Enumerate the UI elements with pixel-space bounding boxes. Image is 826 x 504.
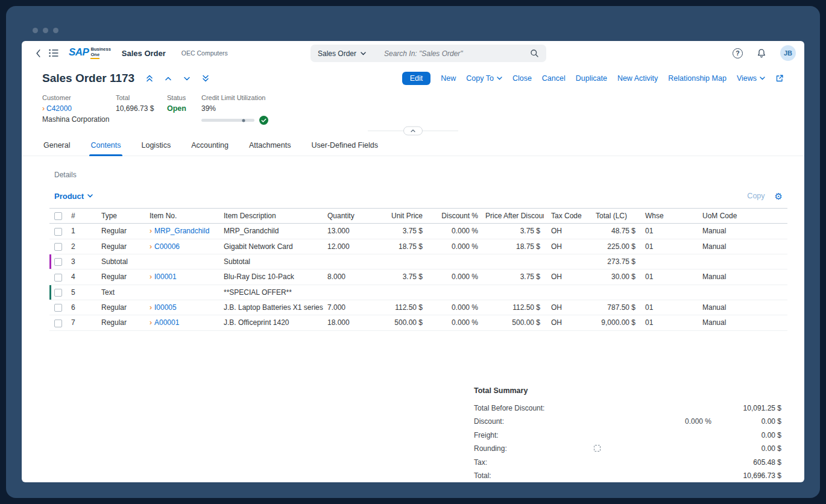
- summary-value: 10,696.73 $: [743, 471, 781, 480]
- help-icon[interactable]: ?: [733, 48, 743, 58]
- cell-uom: Manual: [696, 269, 787, 285]
- list-menu-icon: [49, 49, 58, 57]
- select-all-checkbox[interactable]: [54, 212, 62, 220]
- edit-button[interactable]: Edit: [402, 72, 431, 85]
- tab-attachments[interactable]: Attachments: [248, 136, 292, 156]
- cell-item-description: Blu-Ray Disc 10-Pack: [220, 269, 324, 285]
- cell-item-no: ›I00001: [146, 269, 220, 285]
- views-button[interactable]: Views: [737, 74, 765, 83]
- tab-user-defined-fields[interactable]: User-Defined Fields: [311, 136, 379, 156]
- col-tax-code[interactable]: Tax Code: [544, 209, 592, 224]
- chevron-down-icon: [760, 77, 765, 80]
- tab-accounting[interactable]: Accounting: [190, 136, 230, 156]
- row-select-cell[interactable]: [49, 254, 68, 269]
- cell-item-description: Gigabit Network Card: [220, 239, 324, 254]
- cell-item-no: [146, 285, 220, 300]
- table-row: 6 Regular ›I00005 J.B. Laptop Batteries …: [49, 300, 787, 315]
- row-select-cell[interactable]: [49, 239, 68, 254]
- col-price-after-discount[interactable]: Price After Discount: [482, 209, 544, 224]
- previous-record-button[interactable]: [165, 77, 171, 81]
- tab-logistics[interactable]: Logistics: [140, 136, 172, 156]
- cancel-button[interactable]: Cancel: [542, 74, 566, 83]
- cell-unit-price: 3.75 $: [377, 269, 426, 285]
- copy-to-button[interactable]: Copy To: [466, 74, 502, 83]
- cell-whse: 01: [639, 269, 696, 285]
- duplicate-button[interactable]: Duplicate: [576, 74, 607, 83]
- select-all-cell[interactable]: [49, 209, 68, 224]
- cell-unit-price: 3.75 $: [377, 224, 426, 239]
- window-controls: [33, 28, 58, 33]
- product-type-dropdown[interactable]: Product: [54, 192, 93, 201]
- back-button[interactable]: [30, 45, 46, 61]
- item-no-link[interactable]: I00005: [154, 303, 177, 312]
- col-discount[interactable]: Discount %: [426, 209, 482, 224]
- new-button[interactable]: New: [441, 74, 456, 83]
- col-whse[interactable]: Whse: [639, 209, 696, 224]
- tab-contents[interactable]: Contents: [89, 136, 122, 156]
- table-row: 2 Regular ›C00006 Gigabit Network Card 1…: [49, 239, 787, 254]
- cell-item-description: **SPECIAL OFFER**: [220, 285, 324, 300]
- col-item-description[interactable]: Item Description: [220, 209, 324, 224]
- copy-button[interactable]: Copy: [747, 192, 765, 200]
- row-checkbox[interactable]: [54, 289, 62, 297]
- item-no-link[interactable]: C00006: [154, 242, 180, 251]
- status-badge: Open: [167, 104, 201, 113]
- page-header: Sales Order 1173 Edit New Copy To Close …: [22, 65, 804, 123]
- copy-to-label: Copy To: [466, 74, 494, 83]
- cell-price-after-discount: [482, 285, 544, 300]
- row-checkbox[interactable]: [54, 304, 62, 312]
- last-record-button[interactable]: [203, 75, 209, 82]
- row-checkbox[interactable]: [54, 243, 62, 251]
- cell-uom: Manual: [696, 239, 787, 254]
- collapse-header-button[interactable]: [403, 127, 423, 136]
- search-input[interactable]: [384, 49, 530, 58]
- row-select-cell[interactable]: [49, 269, 68, 285]
- rounding-field[interactable]: [594, 445, 601, 452]
- cell-price-after-discount: 3.75 $: [482, 224, 544, 239]
- row-select-cell[interactable]: [49, 285, 68, 300]
- col-item-no[interactable]: Item No.: [146, 209, 220, 224]
- cell-total-lc: 9,000.00 $: [592, 315, 639, 330]
- item-no-link[interactable]: A00001: [154, 318, 179, 327]
- notifications-button[interactable]: [754, 45, 769, 61]
- relationship-map-button[interactable]: Relationship Map: [668, 74, 727, 83]
- first-record-button[interactable]: [147, 75, 153, 82]
- header-info-row: Customer › C42000 Mashina Corporation To…: [42, 94, 784, 123]
- col-line-number[interactable]: #: [68, 209, 98, 224]
- customer-code-link[interactable]: › C42000: [42, 104, 116, 113]
- next-record-button[interactable]: [184, 77, 190, 81]
- global-search: Sales Order: [311, 45, 546, 62]
- row-select-cell[interactable]: [49, 300, 68, 315]
- cell-total-lc: 30.00 $: [592, 269, 639, 285]
- row-checkbox[interactable]: [54, 274, 62, 282]
- cell-unit-price: [377, 285, 426, 300]
- summary-label: Rounding:: [474, 444, 507, 453]
- row-checkbox[interactable]: [54, 320, 62, 327]
- new-activity-button[interactable]: New Activity: [617, 74, 658, 83]
- close-button[interactable]: Close: [512, 74, 532, 83]
- item-no-link[interactable]: MRP_Grandchild: [154, 227, 209, 235]
- row-select-cell[interactable]: [49, 315, 68, 330]
- row-checkbox[interactable]: [54, 228, 62, 236]
- header-collapse-row: [22, 127, 804, 135]
- col-quantity[interactable]: Quantity: [324, 209, 377, 224]
- col-unit-price[interactable]: Unit Price: [377, 209, 426, 224]
- open-in-new-icon: [775, 74, 784, 83]
- col-type[interactable]: Type: [98, 209, 146, 224]
- cell-uom: [696, 285, 787, 300]
- col-uom-code[interactable]: UoM Code: [696, 209, 787, 224]
- table-settings-gear-icon[interactable]: ⚙: [775, 192, 783, 201]
- share-button[interactable]: [775, 74, 784, 83]
- row-checkbox[interactable]: [54, 258, 62, 266]
- cell-item-no: ›A00001: [146, 315, 220, 330]
- col-total-lc[interactable]: Total (LC): [592, 209, 639, 224]
- row-select-cell[interactable]: [49, 224, 68, 239]
- search-scope-selector[interactable]: Sales Order: [318, 49, 384, 58]
- search-icon[interactable]: [530, 49, 539, 58]
- item-no-link[interactable]: I00001: [154, 272, 177, 281]
- tab-general[interactable]: General: [42, 136, 71, 156]
- menu-button[interactable]: [46, 45, 61, 61]
- user-avatar[interactable]: JB: [780, 45, 796, 61]
- credit-limit-percent: 39%: [201, 104, 268, 113]
- credit-limit-label: Credit Limit Utilization: [201, 94, 268, 101]
